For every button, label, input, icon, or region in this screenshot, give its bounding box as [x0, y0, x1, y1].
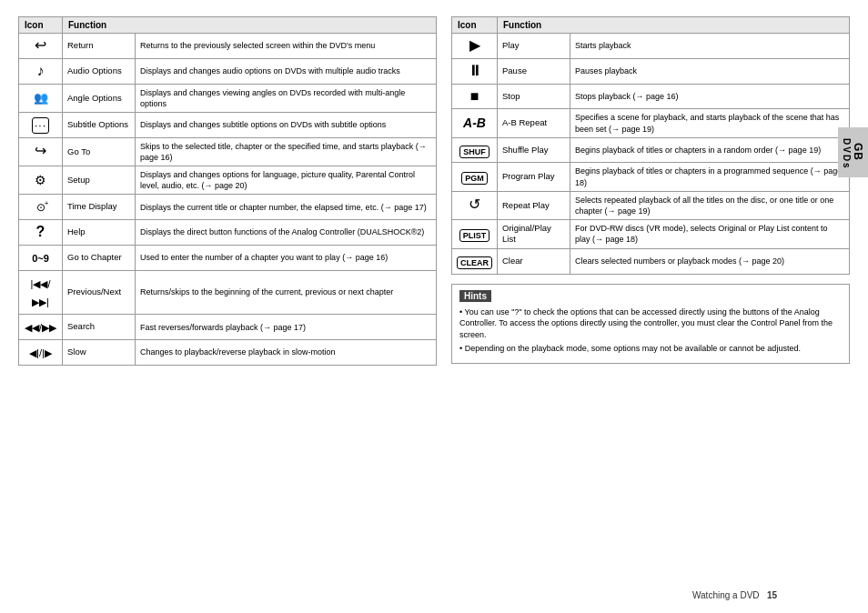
left-label-help: Help: [63, 220, 136, 246]
hint-item-0: • You can use "?" to check the options t…: [459, 306, 842, 341]
right-table-row: A-B A-B Repeat Specifies a scene for pla…: [452, 109, 850, 137]
left-icon-timedisplay: ⊙+: [19, 195, 63, 220]
left-icon-audio: ♪: [19, 58, 63, 84]
right-icon-clear: CLEAR: [452, 248, 498, 274]
left-table-row: ◀◀/▶▶ Search Fast reverses/forwards play…: [19, 315, 437, 340]
left-table-row: ⊙+ Time Display Displays the current tit…: [19, 195, 437, 220]
left-icon-goto: ↪: [19, 137, 63, 166]
left-table-row: 👥 Angle Options Displays and changes vie…: [19, 84, 437, 112]
right-desc-shuffle: Begins playback of titles or chapters in…: [570, 137, 850, 163]
left-desc-subtitle: Displays and changes subtitle options on…: [136, 112, 437, 137]
right-header-function: Function: [498, 17, 850, 34]
right-icon-repeat: ↺: [452, 191, 498, 219]
left-icon-prevnext: |◀◀/▶▶|: [19, 270, 63, 315]
right-label-play: Play: [498, 34, 570, 59]
left-desc-search: Fast reverses/forwards playback (→ page …: [136, 315, 437, 340]
left-table-row: ♪ Audio Options Displays and changes aud…: [19, 58, 437, 84]
right-section: Icon Function ▶ Play Starts playback ⏸ P…: [451, 16, 850, 597]
left-table-row: ⚙ Setup Displays and changes options for…: [19, 166, 437, 194]
right-table-row: PLIST Original/Play List For DVD-RW disc…: [452, 220, 850, 249]
left-label-audio: Audio Options: [63, 58, 136, 84]
right-table-row: PGM Program Play Begins playback of titl…: [452, 163, 850, 191]
right-label-ab-repeat: A-B Repeat: [498, 109, 570, 137]
left-label-timedisplay: Time Display: [63, 195, 136, 220]
left-label-prevnext: Previous/Next: [63, 270, 136, 315]
left-desc-angle: Displays and changes viewing angles on D…: [136, 84, 437, 112]
right-desc-ab-repeat: Specifies a scene for playback, and star…: [570, 109, 850, 137]
right-icon-playlist: PLIST: [452, 220, 498, 249]
left-header-icon: Icon: [19, 17, 63, 34]
right-label-shuffle: Shuffle Play: [498, 137, 570, 163]
right-desc-program: Begins playback of titles or chapters in…: [570, 163, 850, 191]
right-label-clear: Clear: [498, 248, 570, 274]
right-icon-shuffle: SHUF: [452, 137, 498, 163]
left-label-slow: Slow: [63, 340, 136, 366]
right-label-pause: Pause: [498, 58, 570, 84]
left-table-row: ? Help Displays the direct button functi…: [19, 220, 437, 246]
right-icon-ab-repeat: A-B: [452, 109, 498, 137]
left-table: Icon Function ↩ Return Returns to the pr…: [18, 16, 437, 366]
left-icon-search: ◀◀/▶▶: [19, 315, 63, 340]
gb-dvds-tab: GB DVDs: [838, 127, 868, 177]
gb-label: GB: [852, 143, 864, 161]
left-label-chapter: Go to Chapter: [63, 245, 136, 270]
left-label-search: Search: [63, 315, 136, 340]
left-icon-chapter: 0~9: [19, 245, 63, 270]
right-header-icon: Icon: [452, 17, 498, 34]
left-desc-audio: Displays and changes audio options on DV…: [136, 58, 437, 84]
hints-title: Hints: [459, 290, 491, 302]
footer-text: Watching a DVD: [692, 590, 760, 600]
left-icon-help: ?: [19, 220, 63, 246]
right-table-row: ↺ Repeat Play Selects repeated playback …: [452, 191, 850, 219]
right-desc-play: Starts playback: [570, 34, 850, 59]
left-desc-prevnext: Returns/skips to the beginning of the cu…: [136, 270, 437, 315]
left-table-row: ↩ Return Returns to the previously selec…: [19, 34, 437, 59]
right-table-row: ▶ Play Starts playback: [452, 34, 850, 59]
left-icon-subtitle: ···: [19, 112, 63, 137]
left-label-return: Return: [63, 34, 136, 59]
left-icon-return: ↩: [19, 34, 63, 59]
right-desc-playlist: For DVD-RW discs (VR mode), selects Orig…: [570, 220, 850, 249]
dvds-label: DVDs: [842, 138, 852, 170]
left-label-angle: Angle Options: [63, 84, 136, 112]
right-table-row: ⏸ Pause Pauses playback: [452, 58, 850, 84]
left-desc-chapter: Used to enter the number of a chapter yo…: [136, 245, 437, 270]
right-icon-play: ▶: [452, 34, 498, 59]
right-icon-program: PGM: [452, 163, 498, 191]
left-desc-goto: Skips to the selected title, chapter or …: [136, 137, 437, 166]
right-table-row: ■ Stop Stops playback (→ page 16): [452, 84, 850, 109]
right-table: Icon Function ▶ Play Starts playback ⏸ P…: [451, 16, 850, 275]
right-label-playlist: Original/Play List: [498, 220, 570, 249]
right-icon-pause: ⏸: [452, 58, 498, 84]
left-desc-timedisplay: Displays the current title or chapter nu…: [136, 195, 437, 220]
right-desc-clear: Clears selected numbers or playback mode…: [570, 248, 850, 274]
left-desc-slow: Changes to playback/reverse playback in …: [136, 340, 437, 366]
right-icon-stop: ■: [452, 84, 498, 109]
right-label-stop: Stop: [498, 84, 570, 109]
left-label-setup: Setup: [63, 166, 136, 194]
right-table-row: SHUF Shuffle Play Begins playback of tit…: [452, 137, 850, 163]
left-table-row: ↪ Go To Skips to the selected title, cha…: [19, 137, 437, 166]
footer-page: 15: [767, 590, 777, 600]
left-header-function: Function: [63, 17, 437, 34]
hints-box: Hints • You can use "?" to check the opt…: [451, 284, 850, 364]
left-table-row: ◀|/|▶ Slow Changes to playback/reverse p…: [19, 340, 437, 366]
left-desc-setup: Displays and changes options for languag…: [136, 166, 437, 194]
left-icon-setup: ⚙: [19, 166, 63, 194]
left-desc-help: Displays the direct button functions of …: [136, 220, 437, 246]
left-desc-return: Returns to the previously selected scree…: [136, 34, 437, 59]
right-desc-stop: Stops playback (→ page 16): [570, 84, 850, 109]
left-section: Icon Function ↩ Return Returns to the pr…: [18, 16, 437, 597]
left-label-goto: Go To: [63, 137, 136, 166]
left-icon-slow: ◀|/|▶: [19, 340, 63, 366]
left-label-subtitle: Subtitle Options: [63, 112, 136, 137]
hint-item-1: • Depending on the playback mode, some o…: [459, 343, 842, 355]
right-desc-pause: Pauses playback: [570, 58, 850, 84]
right-table-row: CLEAR Clear Clears selected numbers or p…: [452, 248, 850, 274]
page: Icon Function ↩ Return Returns to the pr…: [0, 0, 868, 613]
left-table-row: ··· Subtitle Options Displays and change…: [19, 112, 437, 137]
right-desc-repeat: Selects repeated playback of all the tit…: [570, 191, 850, 219]
page-footer: Watching a DVD 15: [692, 590, 777, 600]
right-label-repeat: Repeat Play: [498, 191, 570, 219]
left-table-row: 0~9 Go to Chapter Used to enter the numb…: [19, 245, 437, 270]
